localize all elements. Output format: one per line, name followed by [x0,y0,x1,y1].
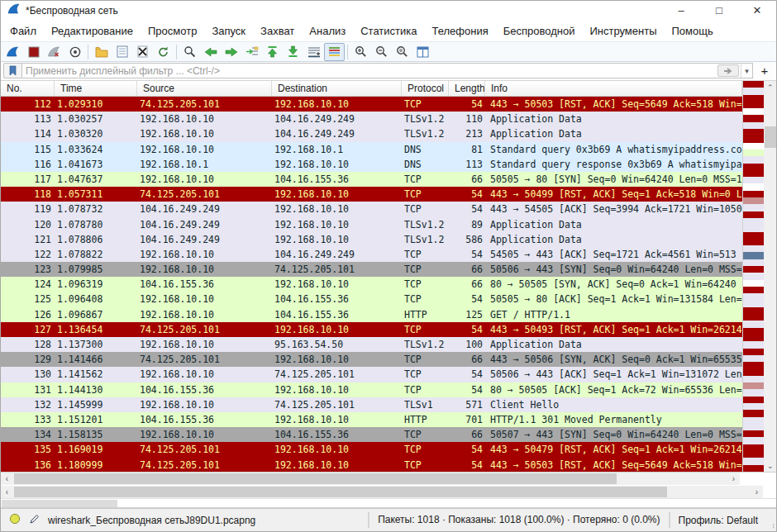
minimap-stripe [743,349,764,355]
menu-2[interactable]: Просмотр [141,21,204,40]
resize-columns-icon[interactable] [412,43,433,61]
filter-bookmark-button[interactable] [3,63,21,78]
profile-label[interactable]: Профиль: Default [670,515,767,526]
capture-options-icon[interactable] [64,43,85,61]
packet-row[interactable]: 1171.047637192.168.10.10104.16.155.36TCP… [1,172,742,187]
column-header-source[interactable]: Source [137,81,272,96]
restart-capture-icon[interactable] [44,43,64,61]
menu-1[interactable]: Редактирование [44,21,141,40]
expert-info-icon[interactable] [9,513,21,527]
packet-row[interactable]: 1271.13645474.125.205.101192.168.10.10TC… [1,322,742,337]
packet-list-hscrollbar[interactable]: ‹ › [1,473,740,485]
zoom-in-icon[interactable] [350,43,371,61]
packet-row[interactable]: 1161.041673192.168.10.1192.168.10.10DNS1… [1,157,742,172]
packet-row[interactable]: 1321.145999192.168.10.1074.125.205.101TL… [1,397,742,412]
packet-row[interactable]: 1241.096319104.16.155.36192.168.10.10TCP… [1,277,742,292]
splitter-handle[interactable] [2,500,117,507]
packet-row[interactable]: 1131.030257192.168.10.10104.16.249.249TL… [1,112,742,126]
column-header-no[interactable]: No. [1,81,55,96]
scroll-left-icon[interactable]: ‹ [1,473,13,485]
packet-row[interactable]: 1351.16901974.125.205.101192.168.10.10TC… [1,442,742,457]
menu-0[interactable]: Файл [2,21,44,40]
stop-capture-icon[interactable] [23,43,44,61]
packet-row[interactable]: 1331.151201104.16.155.36192.168.10.10HTT… [1,412,742,427]
minimap-stripe [743,95,764,102]
maximize-button[interactable]: □ [700,1,738,20]
packet-row[interactable]: 1181.05731174.125.205.101192.168.10.10TC… [1,187,742,202]
column-header-time[interactable]: Time [55,81,137,96]
cell-proto: TCP [402,262,449,277]
menu-9[interactable]: Инструменты [582,21,664,40]
column-header-length[interactable]: Length [449,81,485,96]
cell-no: 117 [1,172,55,187]
go-first-packet-icon[interactable] [262,43,283,61]
packet-row[interactable]: 1361.18099974.125.205.101192.168.10.10TC… [1,458,742,473]
packet-row[interactable]: 1311.144130104.16.155.36192.168.10.10TCP… [1,382,742,397]
resize-grip[interactable]: ⁝ [766,509,776,531]
packet-row[interactable]: 1211.078806104.16.249.249192.168.10.10TL… [1,232,742,247]
hscroll-thumb[interactable] [14,487,667,497]
packet-row[interactable]: 1281.137300192.168.10.1095.163.54.50TLSv… [1,337,742,352]
zoom-normal-icon[interactable] [392,43,412,61]
menu-4[interactable]: Захват [253,21,302,40]
find-packet-icon[interactable] [179,43,200,61]
cell-dst: 192.168.10.10 [272,157,402,172]
cell-no: 118 [1,187,55,202]
add-filter-button[interactable]: + [756,63,773,78]
go-previous-packet-icon[interactable] [200,43,221,61]
close-button[interactable]: ✕ [738,1,776,20]
packet-row[interactable]: 1201.078780104.16.249.249192.168.10.10TL… [1,217,742,232]
minimap-stripe [743,444,764,451]
menu-5[interactable]: Анализ [302,21,353,40]
column-header-destination[interactable]: Destination [272,81,402,96]
save-file-icon[interactable] [112,43,132,61]
scroll-left-icon[interactable]: ‹ [1,486,13,498]
minimize-button[interactable]: – [662,1,700,20]
scroll-right-icon[interactable]: › [751,486,763,498]
packet-row[interactable]: 1301.141562192.168.10.1074.125.205.101TC… [1,367,742,382]
packet-row[interactable]: 1231.079985192.168.10.1074.125.205.101TC… [1,262,742,277]
column-header-info[interactable]: Info [485,81,742,96]
packet-row[interactable]: 1141.030320192.168.10.10104.16.249.249TL… [1,126,742,141]
packet-row[interactable]: 1341.158135192.168.10.10104.16.155.36TCP… [1,427,742,442]
scroll-up-icon[interactable]: ⌃ [764,81,776,93]
packet-row[interactable]: 1261.096867192.168.10.10104.16.155.36HTT… [1,307,742,322]
packet-minimap[interactable] [742,81,764,472]
go-to-packet-icon[interactable] [241,43,262,61]
close-file-icon[interactable] [132,43,153,61]
packet-row[interactable]: 1191.078732104.16.249.249192.168.10.10TC… [1,202,742,216]
go-next-packet-icon[interactable] [221,43,241,61]
go-last-packet-icon[interactable] [283,43,303,61]
reload-file-icon[interactable] [153,43,174,61]
start-capture-icon[interactable] [2,43,23,61]
secondary-hscrollbar[interactable]: ‹ › [1,486,763,498]
colorize-packets-icon[interactable] [324,43,345,61]
vertical-scroll-thumb[interactable] [765,126,776,148]
apply-filter-button[interactable] [717,64,739,77]
scroll-down-icon[interactable]: ⌄ [764,459,776,472]
vertical-scrollbar[interactable]: ⌃ ⌄ [764,81,776,472]
capture-comment-icon[interactable] [29,514,40,527]
packet-row[interactable]: 1151.033624192.168.10.10192.168.10.1DNS8… [1,142,742,157]
filter-dropdown-caret[interactable]: ▾ [741,64,752,78]
hscroll-thumb[interactable] [14,473,617,484]
menu-7[interactable]: Телефония [424,21,495,40]
display-filter-input[interactable] [22,64,717,78]
pane-splitter[interactable] [1,498,776,508]
menu-8[interactable]: Беспроводной [496,21,583,40]
scroll-right-icon[interactable]: › [727,473,740,485]
menu-10[interactable]: Помощь [665,21,721,40]
cell-dst: 74.125.205.101 [272,367,402,382]
menu-6[interactable]: Статистика [353,21,424,40]
packet-row[interactable]: 1121.02931074.125.205.101192.168.10.10TC… [1,97,742,112]
minimap-stripe [743,177,764,183]
packet-row[interactable]: 1251.096408192.168.10.10104.16.155.36TCP… [1,292,742,306]
auto-scroll-icon[interactable] [303,43,324,61]
open-file-icon[interactable] [91,43,112,61]
menu-3[interactable]: Запуск [204,21,253,40]
column-header-protocol[interactable]: Protocol [402,81,449,96]
cell-len: 54 [449,247,485,262]
zoom-out-icon[interactable] [371,43,392,61]
packet-row[interactable]: 1221.078822192.168.10.10104.16.249.249TC… [1,247,742,262]
packet-row[interactable]: 1291.14146674.125.205.101192.168.10.10TC… [1,352,742,367]
